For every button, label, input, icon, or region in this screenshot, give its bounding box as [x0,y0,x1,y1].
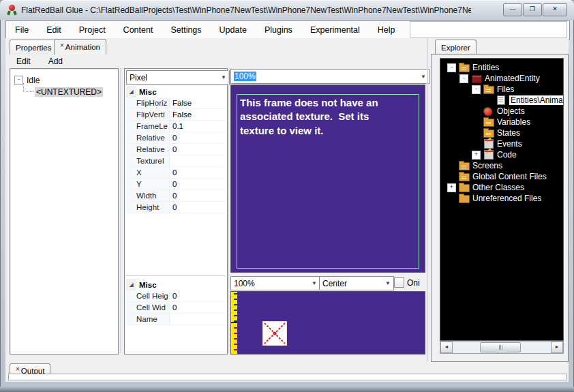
expander-icon[interactable]: + [472,151,481,160]
close-button-icon[interactable]: ✕ [543,3,567,16]
property-row[interactable]: Cell Heig0 [126,290,226,302]
scrollbar-thumb[interactable] [480,342,521,352]
preview-zoom-combo[interactable]: 100% ▼ [230,69,429,84]
animation-toolbar: Edit Add [10,55,70,68]
explorer-item-code[interactable]: + Code [440,149,563,160]
tree-item-untextured[interactable]: <UNTEXTURED> [20,86,118,97]
expander-spacer [447,194,456,203]
title-bar[interactable]: FlatRedBall Glue - C:\FlatRedBallProject… [0,0,574,20]
animation-list-panel: - Idle <UNTEXTURED> [10,68,119,355]
expander-icon[interactable]: + [447,183,456,192]
folder-grid-icon [483,129,494,138]
property-row[interactable]: Width0 [126,190,226,202]
panel-divider [228,68,229,353]
property-row[interactable]: Relative0 [126,132,226,144]
menu-update[interactable]: Update [211,22,256,38]
animation-property-grid: ◢ Misc Cell Heig0 Cell Wid0 Name [126,275,226,325]
scroll-right-icon[interactable]: ► [551,342,563,353]
expander-spacer [472,129,481,138]
property-row[interactable]: FrameLe0.1 [126,121,226,132]
property-row[interactable]: Cell Wid0 [126,302,226,314]
window-title: FlatRedBall Glue - C:\FlatRedBallProject… [21,5,471,15]
animation-preview-canvas[interactable] [230,291,425,355]
explorer-item-other-classes[interactable]: + Other Classes [440,182,563,193]
minimize-button-icon[interactable]: — [503,3,522,16]
property-row[interactable]: X0 [126,167,226,179]
menu-overlay-textbox[interactable] [410,21,567,38]
tab-close-icon[interactable]: × [16,365,20,373]
tab-explorer-label: Explorer [441,44,470,52]
tree-item-label-selected: <UNTEXTURED> [35,87,103,97]
entity-icon [471,74,481,83]
menu-project[interactable]: Project [70,22,115,38]
menu-content[interactable]: Content [115,22,162,38]
explorer-item-entities[interactable]: - Entities [440,62,563,73]
folder-grid-icon [459,162,469,170]
expander-spacer [472,140,481,149]
property-row[interactable]: FlipHorizFalse [126,97,226,109]
explorer-item-screens[interactable]: Screens [440,160,563,171]
explorer-item-animatedentity[interactable]: - AnimatedEntity [440,73,563,84]
toolbar-edit-button[interactable]: Edit [10,55,37,67]
explorer-item-events[interactable]: Events [440,138,563,149]
category-misc[interactable]: ◢ Misc [126,86,226,97]
collapse-triangle-icon[interactable]: ◢ [126,279,136,290]
menu-experimental[interactable]: Experimental [301,22,369,38]
tab-animation-label: Animation [65,43,100,51]
tab-properties[interactable]: Properties [10,40,57,55]
coordinate-type-combo[interactable]: Pixel ▼ [126,70,230,85]
dropdown-arrow-icon: ▼ [307,280,317,286]
tab-animation[interactable]: × Animation [54,39,106,55]
expander-spacer [472,118,481,127]
category-label: Misc [136,281,157,289]
maximize-button-icon[interactable]: ❐ [523,3,542,16]
explorer-item-variables[interactable]: Variables [440,117,563,127]
menu-settings[interactable]: Settings [162,22,210,38]
menu-plugins[interactable]: Plugins [256,22,301,38]
menu-help[interactable]: Help [369,22,404,38]
collapse-expander-icon[interactable]: - [14,76,23,85]
toolbar-add-button[interactable]: Add [42,55,70,67]
onion-skin-checkbox[interactable] [394,277,404,288]
explorer-item-animation-file[interactable]: Entities\Animate [440,95,563,106]
animation-zoom-combo[interactable]: 100% ▼ [230,276,320,290]
explorer-tree: - Entities - AnimatedEntity - Files [440,58,564,341]
expander-spacer [447,162,456,170]
dropdown-arrow-icon: ▼ [217,74,226,80]
property-row[interactable]: TextureI [126,155,226,167]
expander-icon[interactable]: - [472,85,481,94]
onion-skin-option[interactable]: Oni [394,277,420,288]
property-row[interactable]: Y0 [126,179,226,190]
property-row[interactable]: Relative0 [126,144,226,155]
explorer-item-files[interactable]: - Files [440,84,563,95]
explorer-item-states[interactable]: States [440,127,563,138]
texture-frame-outline: This frame does not have an associated t… [237,94,419,269]
client-area: Properties × Animation Edit Add - Idle <… [5,38,569,382]
panel-divider [427,38,428,361]
property-row[interactable]: Name [126,314,226,325]
collapse-triangle-icon[interactable]: ◢ [126,86,136,97]
output-content-strip [8,374,567,380]
category-misc[interactable]: ◢ Misc [126,279,226,290]
alignment-combo[interactable]: Center ▼ [319,276,394,290]
expander-icon[interactable]: - [459,74,468,83]
property-row[interactable]: FlipVertiFalse [126,109,226,121]
tree-connector [23,83,33,92]
expander-spacer [447,172,456,181]
explorer-horizontal-scrollbar[interactable]: ◄ ► [440,341,564,354]
frame-property-grid: ◢ Misc FlipHorizFalse FlipVertiFalse Fra… [126,86,226,213]
pencil-icon [483,151,494,160]
menu-file[interactable]: File [6,22,37,38]
menu-edit[interactable]: Edit [37,22,70,38]
tab-explorer[interactable]: Explorer [435,40,477,55]
preview-zoom-value: 100% [234,72,256,81]
missing-texture-icon [262,321,287,346]
expander-icon[interactable]: - [447,63,456,72]
tab-close-icon[interactable]: × [60,42,64,49]
scroll-left-icon[interactable]: ◄ [440,342,453,353]
explorer-item-global-content-files[interactable]: Global Content Files [440,171,563,182]
explorer-item-objects[interactable]: Objects [440,106,563,117]
texture-preview-canvas[interactable]: This frame does not have an associated t… [230,85,425,273]
property-row[interactable]: Height0 [126,202,226,213]
explorer-item-unreferenced-files[interactable]: Unreferenced Files [440,193,563,204]
